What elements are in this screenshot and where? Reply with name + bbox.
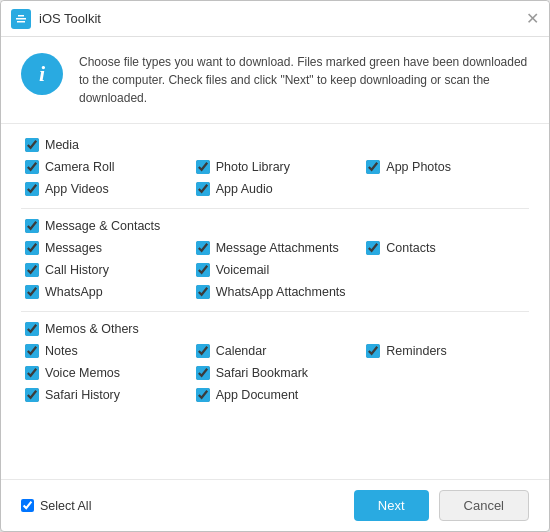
list-item: App Document xyxy=(196,386,359,404)
checkbox-label: WhatsApp xyxy=(45,285,103,299)
checkbox-whatsapp[interactable] xyxy=(25,285,39,299)
checkbox-label: App Photos xyxy=(386,160,451,174)
checkbox-notes[interactable] xyxy=(25,344,39,358)
media-checkboxes: Media Camera Roll Photo Library App Phot… xyxy=(21,136,529,198)
footer: Select All Next Cancel xyxy=(1,479,549,531)
checkbox-safari-history[interactable] xyxy=(25,388,39,402)
checkbox-app-audio[interactable] xyxy=(196,182,210,196)
checkbox-label: App Audio xyxy=(216,182,273,196)
window-title: iOS Toolkit xyxy=(39,11,525,26)
checkbox-camera-roll[interactable] xyxy=(25,160,39,174)
content-area: Media Camera Roll Photo Library App Phot… xyxy=(1,124,549,479)
list-item: Media xyxy=(25,136,188,154)
section-media: Media Camera Roll Photo Library App Phot… xyxy=(21,136,529,198)
list-item: WhatsApp xyxy=(25,283,188,301)
checkbox-message-attachments[interactable] xyxy=(196,241,210,255)
close-button[interactable]: ✕ xyxy=(525,12,539,26)
app-window: iOS Toolkit ✕ i Choose file types you wa… xyxy=(0,0,550,532)
list-item: Photo Library xyxy=(196,158,359,176)
checkbox-label: Reminders xyxy=(386,344,446,358)
checkbox-label: Message Attachments xyxy=(216,241,339,255)
list-item: Safari Bookmark xyxy=(196,364,359,382)
list-item: Reminders xyxy=(366,342,529,360)
messages-checkboxes: Message & Contacts Messages Message Atta… xyxy=(21,217,529,301)
footer-buttons: Next Cancel xyxy=(354,490,529,521)
checkbox-label: WhatsApp Attachments xyxy=(216,285,346,299)
checkbox-label: Messages xyxy=(45,241,102,255)
checkbox-photo-library[interactable] xyxy=(196,160,210,174)
checkbox-label: Notes xyxy=(45,344,78,358)
checkbox-label: App Document xyxy=(216,388,299,402)
titlebar: iOS Toolkit ✕ xyxy=(1,1,549,37)
checkbox-app-photos[interactable] xyxy=(366,160,380,174)
list-item: App Videos xyxy=(25,180,188,198)
next-button[interactable]: Next xyxy=(354,490,429,521)
list-item: Message Attachments xyxy=(196,239,359,257)
list-item: Call History xyxy=(25,261,188,279)
app-icon xyxy=(11,9,31,29)
info-icon: i xyxy=(21,53,63,95)
checkbox-label: Photo Library xyxy=(216,160,290,174)
select-all-label: Select All xyxy=(40,499,91,513)
checkbox-label: Voicemail xyxy=(216,263,270,277)
cancel-button[interactable]: Cancel xyxy=(439,490,529,521)
select-all-container: Select All xyxy=(21,499,91,513)
select-all-checkbox[interactable] xyxy=(21,499,34,512)
divider xyxy=(21,311,529,312)
checkbox-reminders[interactable] xyxy=(366,344,380,358)
checkbox-label: Message & Contacts xyxy=(45,219,160,233)
checkbox-whatsapp-attachments[interactable] xyxy=(196,285,210,299)
checkbox-voicemail[interactable] xyxy=(196,263,210,277)
section-messages: Message & Contacts Messages Message Atta… xyxy=(21,217,529,301)
checkbox-contacts[interactable] xyxy=(366,241,380,255)
list-item: Notes xyxy=(25,342,188,360)
checkbox-app-document[interactable] xyxy=(196,388,210,402)
list-item: Contacts xyxy=(366,239,529,257)
checkbox-safari-bookmark[interactable] xyxy=(196,366,210,380)
divider xyxy=(21,208,529,209)
checkbox-label: Call History xyxy=(45,263,109,277)
checkbox-messages[interactable] xyxy=(25,241,39,255)
checkbox-call-history[interactable] xyxy=(25,263,39,277)
checkbox-label: Media xyxy=(45,138,79,152)
checkbox-label: Voice Memos xyxy=(45,366,120,380)
checkbox-label: Contacts xyxy=(386,241,435,255)
checkbox-voice-memos[interactable] xyxy=(25,366,39,380)
checkbox-message-contacts[interactable] xyxy=(25,219,39,233)
list-item: Message & Contacts xyxy=(25,217,188,235)
checkbox-label: App Videos xyxy=(45,182,109,196)
info-bar: i Choose file types you want to download… xyxy=(1,37,549,124)
checkbox-label: Safari History xyxy=(45,388,120,402)
checkbox-calendar[interactable] xyxy=(196,344,210,358)
checkbox-label: Memos & Others xyxy=(45,322,139,336)
list-item: Calendar xyxy=(196,342,359,360)
memos-checkboxes: Memos & Others Notes Calendar Reminders … xyxy=(21,320,529,404)
checkbox-media[interactable] xyxy=(25,138,39,152)
list-item: Voice Memos xyxy=(25,364,188,382)
list-item: App Photos xyxy=(366,158,529,176)
list-item: Voicemail xyxy=(196,261,359,279)
list-item: App Audio xyxy=(196,180,359,198)
list-item: WhatsApp Attachments xyxy=(196,283,359,301)
checkbox-label: Camera Roll xyxy=(45,160,114,174)
list-item: Memos & Others xyxy=(25,320,188,338)
checkbox-label: Calendar xyxy=(216,344,267,358)
checkbox-memos-others[interactable] xyxy=(25,322,39,336)
list-item: Camera Roll xyxy=(25,158,188,176)
info-text: Choose file types you want to download. … xyxy=(79,53,529,107)
checkbox-app-videos[interactable] xyxy=(25,182,39,196)
section-memos: Memos & Others Notes Calendar Reminders … xyxy=(21,320,529,404)
list-item: Messages xyxy=(25,239,188,257)
list-item: Safari History xyxy=(25,386,188,404)
checkbox-label: Safari Bookmark xyxy=(216,366,308,380)
